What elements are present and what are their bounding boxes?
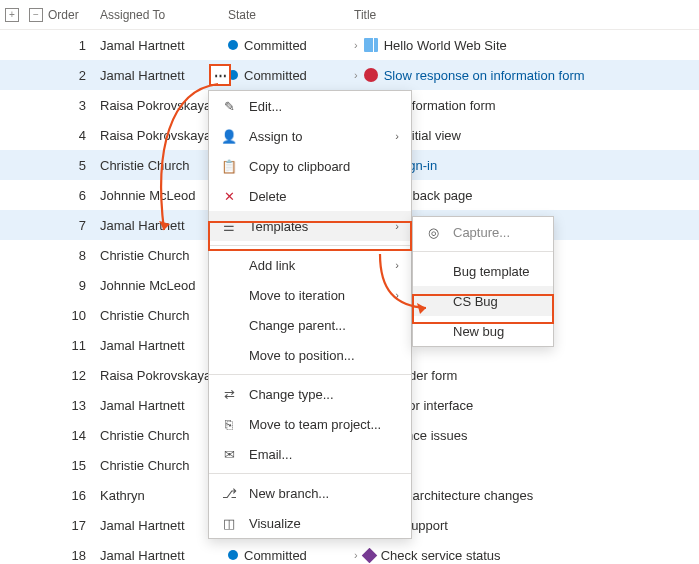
email-icon: ✉ (221, 447, 237, 462)
chevron-right-icon: › (354, 549, 358, 561)
menu-move-position[interactable]: Move to position... (209, 340, 411, 370)
state-cell: Committed (228, 68, 354, 83)
clipboard-icon: 📋 (221, 159, 237, 174)
menu-visualize[interactable]: ◫Visualize (209, 508, 411, 538)
menu-change-parent[interactable]: Change parent... (209, 310, 411, 340)
chevron-right-icon: › (395, 259, 399, 271)
assigned-cell: Jamal Hartnett (100, 548, 228, 563)
assigned-cell: Jamal Hartnett (100, 38, 228, 53)
menu-delete-label: Delete (249, 189, 287, 204)
submenu-cs-bug-label: CS Bug (453, 294, 498, 309)
order-cell: 10 (48, 308, 100, 323)
bug-icon (364, 68, 378, 82)
camera-icon: ◎ (425, 225, 441, 240)
menu-separator (209, 245, 411, 246)
state-dot-icon (228, 40, 238, 50)
state-label: Committed (244, 38, 307, 53)
menu-separator (413, 251, 553, 252)
submenu-bug-template[interactable]: Bug template (413, 256, 553, 286)
column-order[interactable]: Order (48, 8, 100, 22)
row-actions-button[interactable]: ⋯ (209, 64, 231, 86)
order-cell: 8 (48, 248, 100, 263)
column-assigned[interactable]: Assigned To (100, 8, 228, 22)
menu-assign-to-label: Assign to (249, 129, 302, 144)
submenu-capture-label: Capture... (453, 225, 510, 240)
menu-visualize-label: Visualize (249, 516, 301, 531)
menu-move-team-label: Move to team project... (249, 417, 381, 432)
order-cell: 9 (48, 278, 100, 293)
move-icon: ⎘ (221, 417, 237, 432)
title-text: Check service status (381, 548, 501, 563)
context-menu: ✎Edit... 👤Assign to› 📋Copy to clipboard … (208, 90, 412, 539)
table-row[interactable]: 18Jamal HartnettCommitted›Check service … (0, 540, 699, 564)
menu-move-iteration[interactable]: Move to iteration› (209, 280, 411, 310)
menu-move-position-label: Move to position... (249, 348, 355, 363)
table-row[interactable]: 1Jamal HartnettCommitted›Hello World Web… (0, 30, 699, 60)
chevron-right-icon: › (395, 289, 399, 301)
menu-delete[interactable]: ✕Delete (209, 181, 411, 211)
title-text: Hello World Web Site (384, 38, 507, 53)
title-cell: ›Slow response on information form (354, 68, 699, 83)
chevron-right-icon: › (395, 220, 399, 232)
order-cell: 16 (48, 488, 100, 503)
menu-add-link-label: Add link (249, 258, 295, 273)
branch-icon: ⎇ (221, 486, 237, 501)
order-cell: 14 (48, 428, 100, 443)
table-row[interactable]: 2Jamal HartnettCommitted›Slow response o… (0, 60, 699, 90)
order-cell: 13 (48, 398, 100, 413)
menu-email[interactable]: ✉Email... (209, 439, 411, 469)
menu-templates[interactable]: ☰Templates› (209, 211, 411, 241)
state-label: Committed (244, 548, 307, 563)
templates-icon: ☰ (221, 219, 237, 234)
pencil-icon: ✎ (221, 99, 237, 114)
chevron-right-icon: › (395, 130, 399, 142)
title-cell: ›Hello World Web Site (354, 38, 699, 53)
order-cell: 6 (48, 188, 100, 203)
menu-move-iteration-label: Move to iteration (249, 288, 345, 303)
chevron-right-icon: › (354, 69, 358, 81)
submenu-new-bug-label: New bug (453, 324, 504, 339)
order-cell: 17 (48, 518, 100, 533)
submenu-bug-template-label: Bug template (453, 264, 530, 279)
menu-move-team-project[interactable]: ⎘Move to team project... (209, 409, 411, 439)
submenu-new-bug[interactable]: New bug (413, 316, 553, 346)
pbi-icon (361, 548, 377, 563)
order-cell: 11 (48, 338, 100, 353)
order-cell: 18 (48, 548, 100, 563)
menu-new-branch[interactable]: ⎇New branch... (209, 478, 411, 508)
column-title[interactable]: Title (354, 8, 699, 22)
menu-separator (209, 473, 411, 474)
title-text[interactable]: Slow response on information form (384, 68, 585, 83)
state-dot-icon (228, 550, 238, 560)
submenu-cs-bug[interactable]: CS Bug (413, 286, 553, 316)
menu-edit-label: Edit... (249, 99, 282, 114)
templates-submenu: ◎Capture... Bug template CS Bug New bug (412, 216, 554, 347)
order-cell: 4 (48, 128, 100, 143)
menu-assign-to[interactable]: 👤Assign to› (209, 121, 411, 151)
menu-copy[interactable]: 📋Copy to clipboard (209, 151, 411, 181)
order-cell: 3 (48, 98, 100, 113)
order-cell: 12 (48, 368, 100, 383)
expand-all-icon[interactable]: + (0, 8, 24, 22)
menu-change-type[interactable]: ⇄Change type... (209, 379, 411, 409)
state-cell: Committed (228, 548, 354, 563)
submenu-capture[interactable]: ◎Capture... (413, 217, 553, 247)
menu-new-branch-label: New branch... (249, 486, 329, 501)
order-cell: 15 (48, 458, 100, 473)
column-state[interactable]: State (228, 8, 354, 22)
book-icon (364, 38, 378, 52)
state-label: Committed (244, 68, 307, 83)
order-cell: 2 (48, 68, 100, 83)
collapse-all-icon[interactable]: − (24, 8, 48, 22)
order-cell: 1 (48, 38, 100, 53)
state-cell: Committed (228, 38, 354, 53)
visualize-icon: ◫ (221, 516, 237, 531)
delete-icon: ✕ (221, 189, 237, 204)
menu-edit[interactable]: ✎Edit... (209, 91, 411, 121)
menu-email-label: Email... (249, 447, 292, 462)
chevron-right-icon: › (354, 39, 358, 51)
menu-change-parent-label: Change parent... (249, 318, 346, 333)
menu-copy-label: Copy to clipboard (249, 159, 350, 174)
order-cell: 5 (48, 158, 100, 173)
menu-add-link[interactable]: Add link› (209, 250, 411, 280)
